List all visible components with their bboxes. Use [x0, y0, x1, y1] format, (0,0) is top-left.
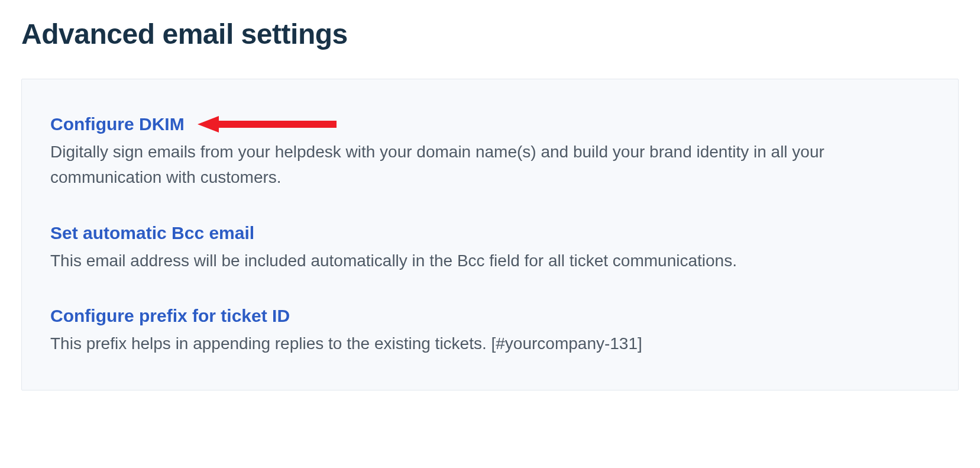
automatic-bcc-link[interactable]: Set automatic Bcc email: [50, 221, 254, 244]
setting-description: This email address will be included auto…: [50, 248, 878, 273]
setting-description: This prefix helps in appending replies t…: [50, 331, 878, 356]
page-title: Advanced email settings: [21, 18, 959, 50]
setting-title-row: Configure prefix for ticket ID: [50, 304, 930, 327]
ticket-prefix-link[interactable]: Configure prefix for ticket ID: [50, 304, 290, 327]
svg-marker-1: [198, 116, 219, 133]
settings-panel: Configure DKIM Digitally sign emails fro…: [21, 79, 959, 390]
setting-description: Digitally sign emails from your helpdesk…: [50, 139, 878, 191]
setting-automatic-bcc: Set automatic Bcc email This email addre…: [50, 221, 930, 273]
setting-ticket-prefix: Configure prefix for ticket ID This pref…: [50, 304, 930, 356]
setting-configure-dkim: Configure DKIM Digitally sign emails fro…: [50, 112, 930, 191]
setting-title-row: Configure DKIM: [50, 112, 930, 135]
setting-title-row: Set automatic Bcc email: [50, 221, 930, 244]
arrow-left-icon: [198, 114, 339, 134]
configure-dkim-link[interactable]: Configure DKIM: [50, 112, 185, 135]
